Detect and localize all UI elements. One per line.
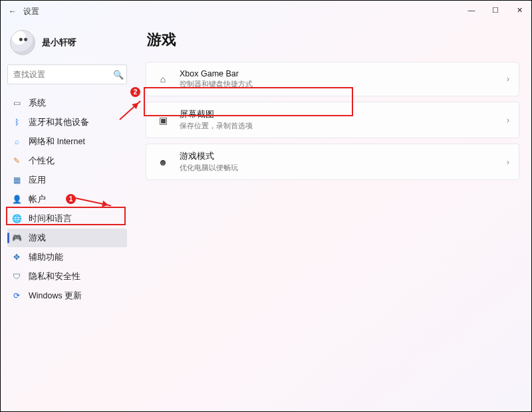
sidebar-item-label: Windows 更新 bbox=[29, 290, 82, 302]
sidebar-item-label: 辅助功能 bbox=[29, 252, 63, 263]
card-title: Xbox Game Bar bbox=[180, 69, 507, 78]
wifi-icon: ⌕ bbox=[11, 136, 22, 147]
sidebar-item-time-language[interactable]: 🌐 时间和语言 bbox=[7, 209, 127, 228]
avatar bbox=[10, 30, 35, 55]
sidebar-item-label: 帐户 bbox=[29, 194, 46, 205]
xbox-icon: ⌂ bbox=[156, 74, 170, 84]
system-icon: ▭ bbox=[11, 98, 22, 108]
minimize-button[interactable]: — bbox=[460, 1, 483, 19]
card-title: 游戏模式 bbox=[180, 151, 507, 162]
card-game-mode[interactable]: ☻ 游戏模式 优化电脑以便畅玩 › bbox=[146, 144, 519, 180]
back-button[interactable]: ← bbox=[6, 7, 19, 16]
sidebar-item-label: 网络和 Internet bbox=[29, 136, 85, 148]
card-xbox-game-bar[interactable]: ⌂ Xbox Game Bar 控制器和键盘快捷方式 › bbox=[146, 62, 519, 96]
sidebar-item-label: 游戏 bbox=[29, 233, 46, 244]
main-content: 游戏 ⌂ Xbox Game Bar 控制器和键盘快捷方式 › ▣ 屏幕截图 保… bbox=[134, 22, 531, 411]
game-mode-icon: ☻ bbox=[156, 157, 170, 167]
sidebar-item-accessibility[interactable]: ✥ 辅助功能 bbox=[7, 248, 127, 266]
card-subtitle: 控制器和键盘快捷方式 bbox=[180, 79, 507, 89]
globe-icon: 🌐 bbox=[11, 213, 22, 224]
card-title: 屏幕截图 bbox=[180, 109, 507, 120]
username: 是小轩呀 bbox=[42, 37, 76, 49]
sidebar: 是小轩呀 🔍 ▭ 系统 ᛒ 蓝牙和其他设备 ⌕ 网络和 Internet ✎ 个… bbox=[1, 22, 134, 411]
sidebar-item-gaming[interactable]: 🎮 游戏 bbox=[7, 229, 127, 247]
sidebar-item-apps[interactable]: ▦ 应用 bbox=[7, 171, 127, 189]
search-input[interactable] bbox=[13, 70, 113, 79]
bluetooth-icon: ᛒ bbox=[11, 117, 22, 128]
capture-icon: ▣ bbox=[156, 115, 170, 126]
accessibility-icon: ✥ bbox=[11, 252, 22, 262]
person-icon: 👤 bbox=[11, 194, 22, 205]
sidebar-item-label: 蓝牙和其他设备 bbox=[29, 117, 89, 128]
sidebar-item-label: 应用 bbox=[29, 175, 46, 186]
annotation-badge-1: 1 bbox=[66, 194, 76, 204]
annotation-badge-2: 2 bbox=[130, 87, 140, 97]
card-subtitle: 保存位置，录制首选项 bbox=[180, 121, 507, 131]
chevron-right-icon: › bbox=[507, 157, 509, 167]
close-button[interactable]: ✕ bbox=[507, 1, 531, 19]
window-title: 设置 bbox=[23, 6, 39, 17]
shield-icon: 🛡 bbox=[11, 271, 22, 282]
search-icon: 🔍 bbox=[113, 70, 124, 80]
search-box[interactable]: 🔍 bbox=[7, 64, 127, 84]
brush-icon: ✎ bbox=[11, 155, 22, 166]
update-icon: ⟳ bbox=[11, 290, 22, 301]
card-captures[interactable]: ▣ 屏幕截图 保存位置，录制首选项 › bbox=[146, 102, 519, 138]
card-subtitle: 优化电脑以便畅玩 bbox=[180, 163, 507, 173]
sidebar-item-update[interactable]: ⟳ Windows 更新 bbox=[7, 286, 127, 305]
page-title: 游戏 bbox=[147, 30, 519, 50]
sidebar-item-personalization[interactable]: ✎ 个性化 bbox=[7, 152, 127, 170]
sidebar-item-label: 个性化 bbox=[29, 155, 55, 167]
chevron-right-icon: › bbox=[507, 116, 509, 125]
maximize-button[interactable]: ☐ bbox=[483, 1, 507, 19]
chevron-right-icon: › bbox=[507, 74, 509, 84]
sidebar-item-label: 隐私和安全性 bbox=[29, 271, 80, 282]
gamepad-icon: 🎮 bbox=[11, 233, 22, 243]
sidebar-item-privacy[interactable]: 🛡 隐私和安全性 bbox=[7, 267, 127, 286]
sidebar-item-label: 时间和语言 bbox=[29, 213, 72, 225]
apps-icon: ▦ bbox=[11, 175, 22, 185]
user-row[interactable]: 是小轩呀 bbox=[7, 27, 127, 64]
sidebar-item-label: 系统 bbox=[29, 98, 46, 109]
sidebar-item-bluetooth[interactable]: ᛒ 蓝牙和其他设备 bbox=[7, 113, 127, 132]
sidebar-item-network[interactable]: ⌕ 网络和 Internet bbox=[7, 132, 127, 151]
sidebar-item-system[interactable]: ▭ 系统 bbox=[7, 94, 127, 112]
